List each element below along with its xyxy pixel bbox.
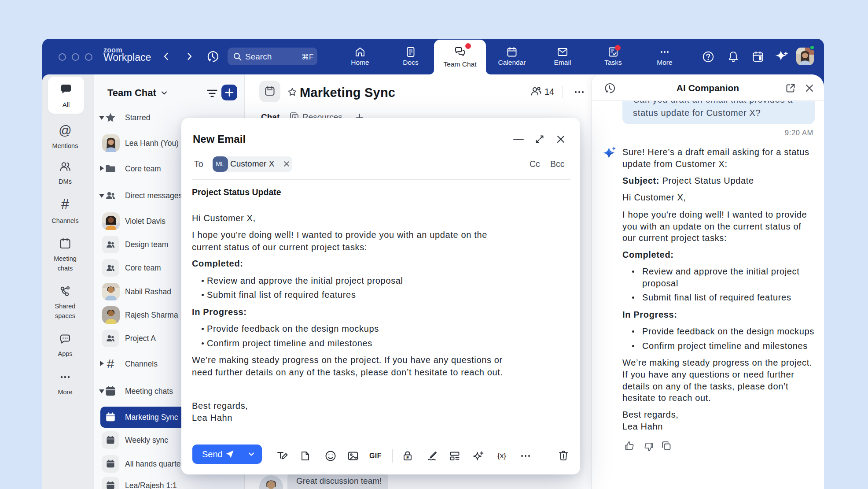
svg-text:E: E (406, 456, 409, 460)
